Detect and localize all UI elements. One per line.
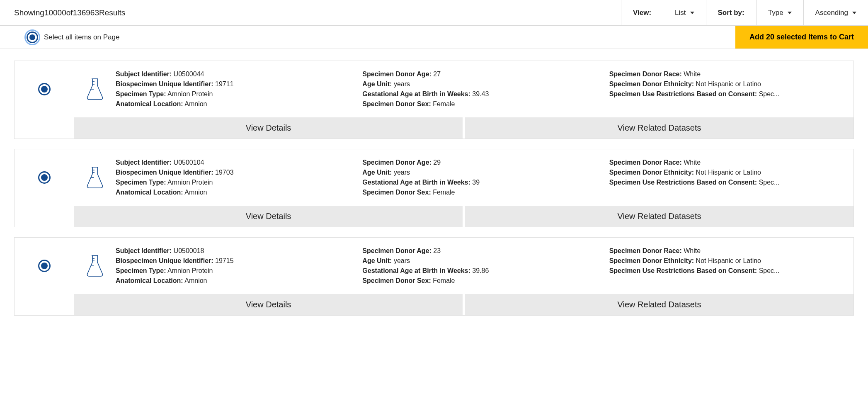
- biospecimen-id-value: 19715: [215, 257, 234, 264]
- age-unit-value: years: [394, 80, 410, 88]
- view-details-button[interactable]: View Details: [74, 294, 465, 315]
- select-item-radio[interactable]: [38, 83, 51, 95]
- specimen-type-value: Amnion Protein: [167, 179, 213, 186]
- donor-sex-value: Female: [433, 100, 455, 107]
- donor-race-value: White: [684, 247, 701, 254]
- donor-sex-value: Female: [433, 277, 455, 284]
- age-unit-value: years: [394, 257, 410, 264]
- donor-age-value: 27: [433, 71, 441, 78]
- result-card: Subject Identifier: U0500104 Biospecimen…: [14, 149, 854, 227]
- donor-race-value: White: [684, 71, 701, 78]
- chevron-down-icon: [852, 12, 856, 14]
- subject-id-value: U0500104: [174, 159, 204, 166]
- donor-age-value: 23: [433, 247, 441, 254]
- anatomical-location-value: Amnion: [184, 100, 207, 107]
- anatomical-location-value: Amnion: [184, 277, 207, 284]
- gestational-age-value: 39.86: [472, 267, 489, 274]
- view-related-datasets-button[interactable]: View Related Datasets: [465, 294, 853, 315]
- view-label: View:: [633, 9, 651, 17]
- sort-label-block: Sort by:: [706, 0, 756, 25]
- sort-dropdown[interactable]: Type: [756, 0, 803, 25]
- chevron-down-icon: [788, 12, 792, 14]
- view-details-button[interactable]: View Details: [74, 206, 465, 227]
- donor-race-value: White: [684, 159, 701, 166]
- subject-id-value: U0500018: [174, 247, 204, 254]
- use-restrictions-value: Spec...: [759, 267, 780, 274]
- biospecimen-id-value: 19703: [215, 169, 234, 176]
- select-all-row: Select all items on Page Add 20 selected…: [0, 26, 868, 49]
- results-list: Subject Identifier: U0500044 Biospecimen…: [0, 49, 868, 327]
- gestational-age-value: 39: [472, 179, 480, 186]
- chevron-down-icon: [690, 12, 694, 14]
- view-related-datasets-button[interactable]: View Related Datasets: [465, 117, 853, 139]
- result-card: Subject Identifier: U0500018 Biospecimen…: [14, 237, 854, 316]
- select-item-radio[interactable]: [38, 260, 51, 272]
- specimen-type-value: Amnion Protein: [167, 90, 213, 97]
- select-all-radio[interactable]: [27, 32, 38, 43]
- age-unit-value: years: [394, 169, 410, 176]
- results-count: Showing 10000 of 136963 Results: [0, 0, 621, 25]
- select-all-label: Select all items on Page: [44, 33, 119, 41]
- anatomical-location-value: Amnion: [184, 189, 207, 196]
- subject-id-value: U0500044: [174, 71, 204, 78]
- flask-icon: [74, 61, 116, 117]
- view-related-datasets-button[interactable]: View Related Datasets: [465, 206, 853, 227]
- donor-ethnicity-value: Not Hispanic or Latino: [696, 80, 761, 88]
- view-details-button[interactable]: View Details: [74, 117, 465, 139]
- flask-icon: [74, 149, 116, 206]
- flask-icon: [74, 238, 116, 294]
- view-label-block: View:: [621, 0, 663, 25]
- sort-label: Sort by:: [718, 9, 744, 17]
- donor-ethnicity-value: Not Hispanic or Latino: [696, 257, 761, 264]
- view-dropdown[interactable]: List: [663, 0, 706, 25]
- add-to-cart-button[interactable]: Add 20 selected items to Cart: [735, 26, 868, 49]
- biospecimen-id-value: 19711: [215, 80, 234, 88]
- results-header: Showing 10000 of 136963 Results View: Li…: [0, 0, 868, 26]
- donor-sex-value: Female: [433, 189, 455, 196]
- order-dropdown[interactable]: Ascending: [803, 0, 868, 25]
- specimen-type-value: Amnion Protein: [167, 267, 213, 274]
- select-item-radio[interactable]: [38, 171, 51, 184]
- donor-ethnicity-value: Not Hispanic or Latino: [696, 169, 761, 176]
- result-card: Subject Identifier: U0500044 Biospecimen…: [14, 61, 854, 139]
- use-restrictions-value: Spec...: [759, 90, 780, 97]
- use-restrictions-value: Spec...: [759, 179, 780, 186]
- donor-age-value: 29: [433, 159, 441, 166]
- gestational-age-value: 39.43: [472, 90, 489, 97]
